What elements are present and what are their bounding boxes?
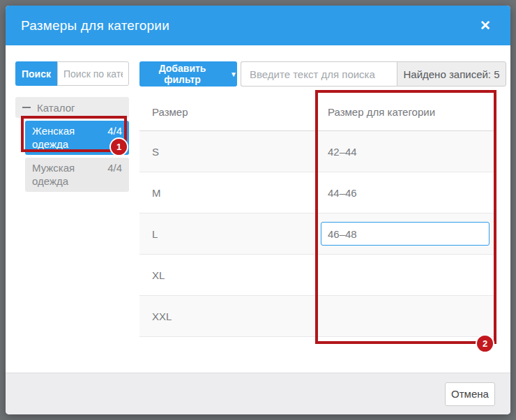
size-cell: M <box>139 187 315 199</box>
category-size-cell[interactable]: 42–44 <box>315 146 495 158</box>
table-toolbar: Добавить фильтр ▼ Найдено записей: 5 <box>139 61 506 87</box>
count-badge: 4/4 <box>107 161 122 174</box>
caret-down-icon: ▼ <box>230 71 237 78</box>
category-size-cell[interactable]: 44–46 <box>315 187 495 199</box>
size-cell: XXL <box>139 310 315 322</box>
add-filter-button[interactable]: Добавить фильтр ▼ <box>139 61 237 87</box>
category-search-input[interactable] <box>57 61 129 86</box>
tree-node-catalog[interactable]: Каталог <box>15 97 129 118</box>
modal-header: Размеры для категории ✕ <box>6 6 510 45</box>
main-panel: Добавить фильтр ▼ Найдено записей: 5 Раз… <box>139 61 506 373</box>
table-row-l[interactable]: L <box>139 213 495 255</box>
table-search-group: Найдено записей: 5 <box>241 61 506 87</box>
sidebar-search-button[interactable]: Поиск <box>15 61 57 86</box>
size-cell: XL <box>139 269 315 281</box>
table-row-xxl[interactable]: XXL <box>139 296 495 337</box>
table-row-s[interactable]: S 42–44 <box>139 131 495 172</box>
sizes-for-category-modal: Размеры для категории ✕ Поиск Каталог Же… <box>6 6 510 414</box>
records-found-label: Найдено записей: 5 <box>397 61 506 87</box>
table-header-row: Размер Размер для категории <box>139 93 495 131</box>
table-row-xl[interactable]: XL <box>139 255 495 296</box>
tree-children: Женская одежда 4/4 Мужская одежда 4/4 <box>15 121 129 192</box>
close-icon[interactable]: ✕ <box>477 16 494 35</box>
size-cell: S <box>139 146 315 158</box>
category-sidebar: Поиск Каталог Женская одежда 4/4 <box>15 61 129 373</box>
collapse-icon <box>22 107 31 108</box>
tree-item-womens-clothing[interactable]: Женская одежда 4/4 <box>25 121 129 155</box>
tree-item-label: Мужская одежда <box>32 161 99 188</box>
column-header-category-size: Размер для категории <box>315 106 495 118</box>
tree-item-mens-clothing[interactable]: Мужская одежда 4/4 <box>25 158 129 192</box>
sizes-table: Размер Размер для категории S 42–44 M 44… <box>139 93 495 337</box>
column-header-size: Размер <box>139 106 315 118</box>
modal-backdrop: Размеры для категории ✕ Поиск Каталог Же… <box>0 0 516 420</box>
category-size-cell-editing <box>315 222 495 246</box>
modal-footer: Отмена <box>6 373 510 414</box>
count-badge: 4/4 <box>107 124 122 137</box>
cancel-button[interactable]: Отмена <box>445 382 495 406</box>
sidebar-search-group: Поиск <box>15 61 129 86</box>
table-row-m[interactable]: M 44–46 <box>139 172 495 213</box>
size-cell: L <box>139 228 315 240</box>
modal-body: Поиск Каталог Женская одежда 4/4 <box>6 45 510 373</box>
category-size-input[interactable] <box>321 222 490 246</box>
table-search-input[interactable] <box>241 61 397 87</box>
add-filter-label: Добавить фильтр <box>139 63 225 85</box>
tree-item-label: Женская одежда <box>32 124 99 151</box>
modal-title: Размеры для категории <box>21 18 169 33</box>
tree-root-label: Каталог <box>37 102 75 114</box>
category-tree: Каталог Женская одежда 4/4 Мужская одежд… <box>15 97 129 192</box>
